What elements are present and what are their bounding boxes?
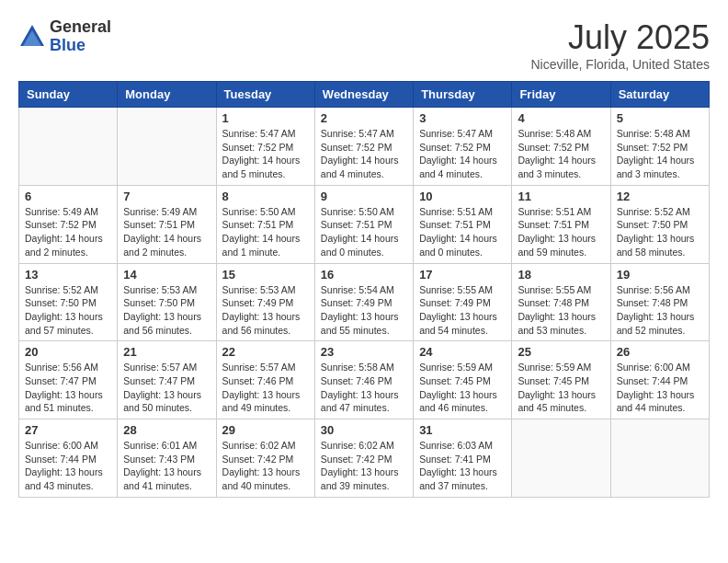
day-info: Sunrise: 5:49 AM Sunset: 7:52 PM Dayligh… xyxy=(25,205,111,259)
day-info: Sunrise: 5:51 AM Sunset: 7:51 PM Dayligh… xyxy=(419,205,506,259)
day-number: 28 xyxy=(123,423,210,437)
day-number: 26 xyxy=(617,345,703,359)
calendar-cell: 4Sunrise: 5:48 AM Sunset: 7:52 PM Daylig… xyxy=(512,108,610,186)
column-header-thursday: Thursday xyxy=(414,82,512,108)
calendar-cell: 20Sunrise: 5:56 AM Sunset: 7:47 PM Dayli… xyxy=(19,341,118,419)
calendar-header: SundayMondayTuesdayWednesdayThursdayFrid… xyxy=(19,82,710,108)
calendar-cell: 24Sunrise: 5:59 AM Sunset: 7:45 PM Dayli… xyxy=(414,341,512,419)
day-info: Sunrise: 5:58 AM Sunset: 7:46 PM Dayligh… xyxy=(321,361,407,415)
logo-blue: Blue xyxy=(50,37,111,55)
day-info: Sunrise: 5:51 AM Sunset: 7:51 PM Dayligh… xyxy=(518,205,604,259)
day-number: 25 xyxy=(518,345,604,359)
day-info: Sunrise: 5:49 AM Sunset: 7:51 PM Dayligh… xyxy=(123,205,210,259)
calendar-cell: 14Sunrise: 5:53 AM Sunset: 7:50 PM Dayli… xyxy=(118,263,216,341)
day-number: 21 xyxy=(123,345,210,359)
day-info: Sunrise: 5:54 AM Sunset: 7:49 PM Dayligh… xyxy=(321,283,407,338)
day-number: 8 xyxy=(222,190,309,203)
month-year: July 2025 xyxy=(530,18,710,57)
calendar-cell: 10Sunrise: 5:51 AM Sunset: 7:51 PM Dayli… xyxy=(414,185,512,263)
day-info: Sunrise: 5:59 AM Sunset: 7:45 PM Dayligh… xyxy=(419,361,506,415)
column-header-sunday: Sunday xyxy=(19,82,118,108)
day-info: Sunrise: 5:55 AM Sunset: 7:48 PM Dayligh… xyxy=(518,283,604,338)
column-header-wednesday: Wednesday xyxy=(314,82,413,108)
day-number: 31 xyxy=(419,423,506,437)
day-number: 22 xyxy=(222,345,309,359)
calendar-cell: 2Sunrise: 5:47 AM Sunset: 7:52 PM Daylig… xyxy=(314,108,413,186)
week-row-1: 1Sunrise: 5:47 AM Sunset: 7:52 PM Daylig… xyxy=(19,108,710,186)
calendar-cell: 12Sunrise: 5:52 AM Sunset: 7:50 PM Dayli… xyxy=(610,185,709,263)
calendar-cell: 22Sunrise: 5:57 AM Sunset: 7:46 PM Dayli… xyxy=(216,341,314,419)
day-info: Sunrise: 5:50 AM Sunset: 7:51 PM Dayligh… xyxy=(222,205,309,259)
day-info: Sunrise: 5:48 AM Sunset: 7:52 PM Dayligh… xyxy=(518,127,604,181)
day-info: Sunrise: 5:56 AM Sunset: 7:48 PM Dayligh… xyxy=(617,283,703,338)
calendar-cell xyxy=(118,108,216,186)
week-row-5: 27Sunrise: 6:00 AM Sunset: 7:44 PM Dayli… xyxy=(19,419,710,498)
day-number: 30 xyxy=(321,423,407,437)
calendar-cell: 18Sunrise: 5:55 AM Sunset: 7:48 PM Dayli… xyxy=(512,263,610,341)
day-info: Sunrise: 5:53 AM Sunset: 7:49 PM Dayligh… xyxy=(222,283,309,338)
calendar-cell: 5Sunrise: 5:48 AM Sunset: 7:52 PM Daylig… xyxy=(610,108,709,186)
day-info: Sunrise: 5:56 AM Sunset: 7:47 PM Dayligh… xyxy=(25,361,111,415)
day-number: 17 xyxy=(419,268,506,282)
day-info: Sunrise: 5:57 AM Sunset: 7:47 PM Dayligh… xyxy=(123,361,210,415)
day-number: 7 xyxy=(123,190,210,203)
calendar-cell: 29Sunrise: 6:02 AM Sunset: 7:42 PM Dayli… xyxy=(216,419,314,498)
day-info: Sunrise: 5:53 AM Sunset: 7:50 PM Dayligh… xyxy=(123,283,210,338)
calendar-cell: 26Sunrise: 6:00 AM Sunset: 7:44 PM Dayli… xyxy=(610,341,709,419)
calendar-cell: 30Sunrise: 6:02 AM Sunset: 7:42 PM Dayli… xyxy=(314,419,413,498)
day-number: 13 xyxy=(25,268,111,282)
day-number: 11 xyxy=(518,190,604,203)
day-info: Sunrise: 6:01 AM Sunset: 7:43 PM Dayligh… xyxy=(123,439,210,493)
day-number: 20 xyxy=(25,345,111,359)
calendar-cell: 21Sunrise: 5:57 AM Sunset: 7:47 PM Dayli… xyxy=(118,341,216,419)
day-number: 4 xyxy=(518,111,604,125)
calendar-table: SundayMondayTuesdayWednesdayThursdayFrid… xyxy=(18,81,710,498)
day-number: 9 xyxy=(321,190,407,203)
calendar-cell: 27Sunrise: 6:00 AM Sunset: 7:44 PM Dayli… xyxy=(19,419,118,498)
day-info: Sunrise: 5:50 AM Sunset: 7:51 PM Dayligh… xyxy=(321,205,407,259)
day-number: 14 xyxy=(123,268,210,282)
day-number: 19 xyxy=(617,268,703,282)
day-info: Sunrise: 5:55 AM Sunset: 7:49 PM Dayligh… xyxy=(419,283,506,338)
day-number: 12 xyxy=(617,190,703,203)
calendar-cell: 17Sunrise: 5:55 AM Sunset: 7:49 PM Dayli… xyxy=(414,263,512,341)
logo-text: General Blue xyxy=(50,18,111,55)
day-info: Sunrise: 5:59 AM Sunset: 7:45 PM Dayligh… xyxy=(518,361,604,415)
day-info: Sunrise: 5:47 AM Sunset: 7:52 PM Dayligh… xyxy=(321,127,407,181)
day-info: Sunrise: 5:52 AM Sunset: 7:50 PM Dayligh… xyxy=(617,205,703,259)
calendar-cell: 1Sunrise: 5:47 AM Sunset: 7:52 PM Daylig… xyxy=(216,108,314,186)
calendar-cell xyxy=(610,419,709,498)
day-number: 16 xyxy=(321,268,407,282)
day-info: Sunrise: 5:47 AM Sunset: 7:52 PM Dayligh… xyxy=(419,127,506,181)
day-info: Sunrise: 5:52 AM Sunset: 7:50 PM Dayligh… xyxy=(25,283,111,338)
column-header-saturday: Saturday xyxy=(610,82,709,108)
day-number: 5 xyxy=(617,111,703,125)
day-info: Sunrise: 6:03 AM Sunset: 7:41 PM Dayligh… xyxy=(419,439,506,493)
day-info: Sunrise: 5:48 AM Sunset: 7:52 PM Dayligh… xyxy=(617,127,703,181)
calendar-cell: 9Sunrise: 5:50 AM Sunset: 7:51 PM Daylig… xyxy=(314,185,413,263)
day-number: 27 xyxy=(25,423,111,437)
day-info: Sunrise: 6:00 AM Sunset: 7:44 PM Dayligh… xyxy=(617,361,703,415)
day-info: Sunrise: 5:47 AM Sunset: 7:52 PM Dayligh… xyxy=(222,127,309,181)
day-number: 29 xyxy=(222,423,309,437)
calendar-cell: 8Sunrise: 5:50 AM Sunset: 7:51 PM Daylig… xyxy=(216,185,314,263)
day-number: 18 xyxy=(518,268,604,282)
calendar-cell: 15Sunrise: 5:53 AM Sunset: 7:49 PM Dayli… xyxy=(216,263,314,341)
day-info: Sunrise: 6:00 AM Sunset: 7:44 PM Dayligh… xyxy=(25,439,111,493)
calendar-cell: 16Sunrise: 5:54 AM Sunset: 7:49 PM Dayli… xyxy=(314,263,413,341)
location: Niceville, Florida, United States xyxy=(530,57,710,72)
calendar-cell: 25Sunrise: 5:59 AM Sunset: 7:45 PM Dayli… xyxy=(512,341,610,419)
calendar-cell: 13Sunrise: 5:52 AM Sunset: 7:50 PM Dayli… xyxy=(19,263,118,341)
calendar-cell: 7Sunrise: 5:49 AM Sunset: 7:51 PM Daylig… xyxy=(118,185,216,263)
day-number: 1 xyxy=(222,111,309,125)
day-info: Sunrise: 6:02 AM Sunset: 7:42 PM Dayligh… xyxy=(321,439,407,493)
week-row-2: 6Sunrise: 5:49 AM Sunset: 7:52 PM Daylig… xyxy=(19,185,710,263)
calendar-cell: 19Sunrise: 5:56 AM Sunset: 7:48 PM Dayli… xyxy=(610,263,709,341)
calendar-cell: 6Sunrise: 5:49 AM Sunset: 7:52 PM Daylig… xyxy=(19,185,118,263)
title-area: July 2025 Niceville, Florida, United Sta… xyxy=(530,18,710,72)
day-number: 24 xyxy=(419,345,506,359)
day-number: 2 xyxy=(321,111,407,125)
calendar-cell: 3Sunrise: 5:47 AM Sunset: 7:52 PM Daylig… xyxy=(414,108,512,186)
calendar-cell: 23Sunrise: 5:58 AM Sunset: 7:46 PM Dayli… xyxy=(314,341,413,419)
logo-icon xyxy=(18,23,46,51)
